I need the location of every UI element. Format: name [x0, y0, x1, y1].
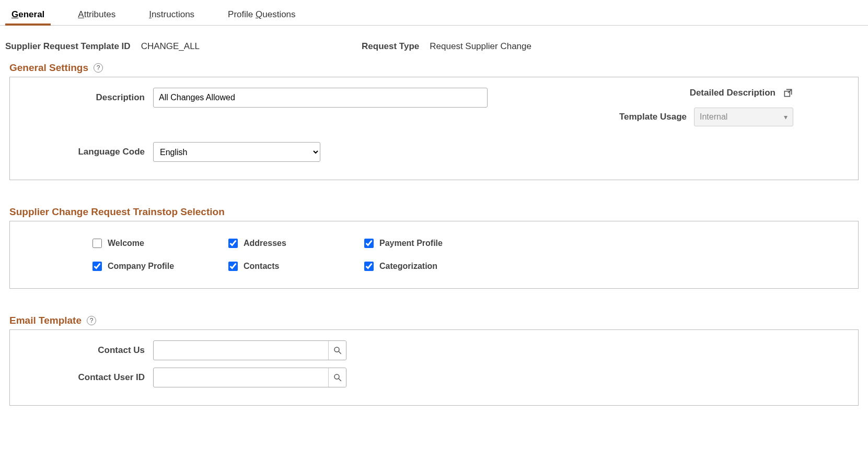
contact-us-lookup: [153, 340, 346, 360]
tab-general[interactable]: General: [5, 5, 51, 25]
section-title-general-settings-text: General Settings: [9, 62, 88, 74]
trainstop-addresses-label: Addresses: [244, 239, 286, 248]
help-icon[interactable]: ?: [94, 63, 103, 73]
tab-instructions-rest: nstructions: [152, 9, 194, 19]
section-trainstop: Welcome Addresses Payment Profile Compan…: [9, 221, 859, 289]
search-icon: [333, 373, 342, 382]
description-label: Description: [22, 92, 153, 103]
contact-user-id-label: Contact User ID: [22, 372, 153, 383]
tab-profileq-pre: Profile: [228, 9, 256, 19]
tab-general-accesskey: G: [11, 9, 18, 19]
template-usage-label: Template Usage: [619, 112, 687, 122]
request-type-label: Request Type: [362, 41, 419, 52]
section-title-general-settings: General Settings ?: [0, 57, 868, 77]
header-row: Supplier Request Template ID CHANGE_ALL …: [0, 26, 868, 57]
contact-user-id-lookup: [153, 368, 346, 387]
chevron-down-icon: ▾: [784, 113, 788, 121]
trainstop-contacts-checkbox[interactable]: [228, 262, 238, 271]
popup-icon[interactable]: [783, 88, 793, 98]
template-usage-select: Internal ▾: [694, 108, 793, 126]
contact-user-id-input[interactable]: [153, 368, 346, 387]
section-general-settings: Description Detailed Description Templat…: [9, 77, 859, 180]
trainstop-company-profile[interactable]: Company Profile: [90, 260, 226, 273]
trainstop-welcome[interactable]: Welcome: [90, 237, 226, 250]
contact-us-search-button[interactable]: [328, 341, 346, 360]
svg-point-2: [334, 347, 339, 352]
trainstop-company-profile-checkbox[interactable]: [92, 262, 102, 271]
trainstop-addresses[interactable]: Addresses: [226, 237, 362, 250]
detailed-description-label: Detailed Description: [690, 88, 776, 98]
template-id-pair: Supplier Request Template ID CHANGE_ALL: [5, 41, 200, 52]
trainstop-payment-profile-label: Payment Profile: [379, 239, 443, 248]
trainstop-welcome-checkbox[interactable]: [92, 239, 102, 248]
trainstop-contacts-label: Contacts: [244, 262, 279, 271]
trainstop-categorization-label: Categorization: [379, 262, 437, 271]
tab-general-rest: eneral: [18, 9, 44, 19]
trainstop-categorization-checkbox[interactable]: [364, 262, 374, 271]
svg-point-4: [334, 374, 339, 379]
section-email-template: Contact Us Contact User ID: [9, 329, 859, 406]
request-type-pair: Request Type Request Supplier Change: [362, 41, 531, 52]
trainstop-categorization[interactable]: Categorization: [362, 260, 498, 273]
trainstop-payment-profile[interactable]: Payment Profile: [362, 237, 498, 250]
trainstop-grid: Welcome Addresses Payment Profile Compan…: [22, 232, 846, 278]
tab-attributes-accesskey: A: [78, 9, 84, 19]
language-select[interactable]: English: [153, 142, 320, 162]
request-type-value: Request Supplier Change: [430, 41, 531, 52]
template-id-value: CHANGE_ALL: [141, 41, 200, 52]
tab-profile-questions[interactable]: Profile Questions: [222, 5, 302, 25]
tab-profileq-accesskey: Q: [256, 9, 262, 19]
trainstop-addresses-checkbox[interactable]: [228, 239, 238, 248]
section-title-email-template-text: Email Template: [9, 315, 82, 326]
svg-line-5: [339, 379, 341, 381]
help-icon[interactable]: ?: [87, 316, 96, 325]
tab-profileq-rest: uestions: [262, 9, 295, 19]
trainstop-welcome-label: Welcome: [108, 239, 144, 248]
contact-us-input[interactable]: [153, 340, 346, 360]
svg-line-3: [339, 351, 341, 354]
search-icon: [333, 346, 342, 355]
template-usage-value: Internal: [700, 112, 727, 122]
contact-us-label: Contact Us: [22, 345, 153, 356]
language-label: Language Code: [22, 147, 153, 157]
tab-bar: General Attributes Instructions Profile …: [0, 0, 868, 26]
section-title-email-template: Email Template ?: [0, 310, 868, 329]
tab-attributes-rest: ttributes: [84, 9, 115, 19]
tab-instructions[interactable]: Instructions: [143, 5, 201, 25]
template-id-label: Supplier Request Template ID: [5, 41, 131, 52]
contact-user-id-search-button[interactable]: [328, 368, 346, 387]
description-input[interactable]: [153, 88, 488, 108]
trainstop-contacts[interactable]: Contacts: [226, 260, 362, 273]
section-title-trainstop-text: Supplier Change Request Trainstop Select…: [9, 206, 225, 218]
section-title-trainstop: Supplier Change Request Trainstop Select…: [0, 201, 868, 221]
trainstop-payment-profile-checkbox[interactable]: [364, 239, 374, 248]
trainstop-company-profile-label: Company Profile: [108, 262, 174, 271]
tab-attributes[interactable]: Attributes: [72, 5, 122, 25]
